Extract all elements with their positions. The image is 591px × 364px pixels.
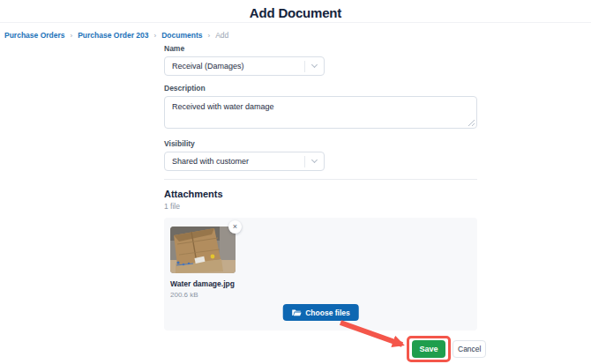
close-icon[interactable]: ×: [228, 220, 242, 234]
breadcrumb-documents[interactable]: Documents: [161, 31, 202, 40]
description-field: Description Received with water damage: [164, 84, 477, 129]
breadcrumb-current-add: Add: [215, 31, 228, 40]
attachment-filesize: 200.6 kB: [170, 291, 236, 299]
visibility-select-value: Shared with customer: [165, 157, 304, 166]
page-title: Add Document: [0, 0, 591, 20]
breadcrumb-purchase-order-203[interactable]: Purchase Order 203: [78, 31, 148, 40]
annotation-highlight-box: Save: [407, 336, 451, 362]
cancel-button[interactable]: Cancel: [453, 340, 486, 358]
name-select-value: Receival (Damages): [165, 62, 304, 71]
breadcrumb-separator-icon: ›: [71, 32, 73, 40]
description-label: Description: [164, 84, 477, 93]
page-header: Add Document: [0, 0, 591, 23]
save-button[interactable]: Save: [412, 340, 445, 358]
water-damage-photo: [170, 227, 236, 273]
description-value: Received with water damage: [172, 102, 274, 111]
chevron-down-icon: [305, 65, 324, 67]
visibility-label: Visibility: [164, 139, 477, 148]
visibility-field: Visibility Shared with customer: [164, 139, 477, 171]
name-label: Name: [164, 44, 477, 53]
attachment-thumbnail: ×: [170, 227, 236, 273]
choose-files-label: Choose files: [305, 308, 350, 317]
attachments-count: 1 file: [164, 202, 477, 211]
chevron-down-icon: [305, 160, 324, 162]
add-document-form: Name Receival (Damages) Description Rece…: [164, 44, 477, 331]
resize-handle-icon[interactable]: [468, 120, 475, 126]
add-document-page: Add Document Purchase Orders › Purchase …: [0, 0, 591, 364]
name-field: Name Receival (Damages): [164, 44, 477, 76]
visibility-select[interactable]: Shared with customer: [164, 152, 325, 171]
section-divider: [164, 179, 477, 180]
breadcrumb-purchase-orders[interactable]: Purchase Orders: [4, 31, 65, 40]
folder-open-icon: [291, 308, 301, 316]
choose-files-button[interactable]: Choose files: [282, 304, 359, 321]
attachments-panel: × Water damage.jpg 200.6 kB Choose files: [164, 218, 477, 331]
breadcrumb-separator-icon: ›: [207, 32, 210, 40]
breadcrumb: Purchase Orders › Purchase Order 203 › D…: [4, 31, 228, 40]
attachment-filename: Water damage.jpg: [170, 279, 236, 288]
breadcrumb-separator-icon: ›: [154, 32, 157, 40]
attachments-heading: Attachments: [164, 189, 477, 200]
name-select[interactable]: Receival (Damages): [164, 56, 325, 76]
description-textarea[interactable]: Received with water damage: [164, 96, 477, 129]
attachment-card: × Water damage.jpg 200.6 kB: [170, 227, 236, 299]
